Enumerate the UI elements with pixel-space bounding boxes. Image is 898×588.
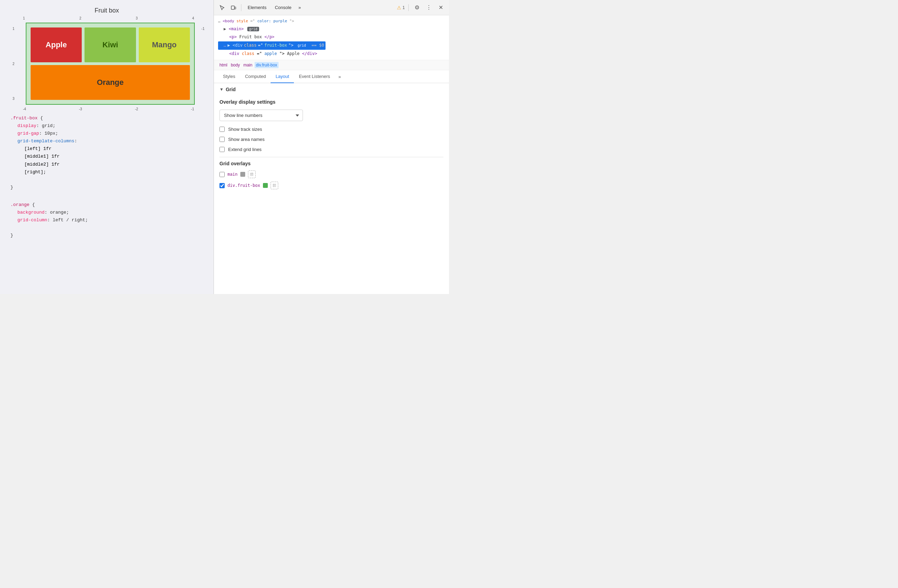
main-color-swatch	[240, 172, 245, 177]
fruit-box-overlay-label[interactable]: div.fruit-box	[228, 183, 260, 188]
breadcrumb-body[interactable]: body	[229, 62, 241, 68]
tab-styles[interactable]: Styles	[218, 70, 240, 83]
extend-grid-lines-row: Extend grid lines	[220, 147, 443, 152]
dom-tree: … <body style =" color: purple "> ▶ <mai…	[214, 15, 449, 60]
grid-section-title: Grid	[226, 87, 236, 92]
line-nums-bottom: -4 -3 -2 -1	[23, 107, 194, 111]
show-area-names-checkbox[interactable]	[220, 137, 224, 142]
fruit-box-overlay-row: div.fruit-box	[220, 182, 443, 189]
dom-line-body[interactable]: … <body style =" color: purple ">	[218, 17, 445, 25]
mango-cell: Mango	[139, 28, 190, 62]
fruit-box-grid-overlay-icon	[272, 183, 277, 188]
dom-line-main[interactable]: ▶ <main> grid	[218, 25, 445, 34]
breadcrumb: html body main div.fruit-box	[214, 60, 449, 70]
section-divider	[220, 157, 443, 157]
svg-rect-1	[235, 7, 236, 9]
main-overlay-label[interactable]: main	[228, 172, 238, 177]
grid-preview-wrapper: 1 2 3 4 1 2 3 -1 -4 -3 -2 -1	[11, 23, 203, 105]
warning-count: 1	[402, 5, 405, 10]
show-area-names-label[interactable]: Show area names	[228, 137, 264, 142]
fruit-box-grid-badge: grid	[296, 42, 308, 49]
breadcrumb-html[interactable]: html	[218, 62, 229, 68]
more-options-button[interactable]: ⋮	[424, 3, 434, 12]
main-grid-icon-button[interactable]	[248, 171, 255, 178]
main-overlay-checkbox[interactable]	[220, 172, 224, 177]
console-tab-button[interactable]: Console	[271, 3, 295, 11]
right-panel: Elements Console » ⚠ 1 ⚙ ⋮ ✕ … <body sty…	[214, 0, 449, 294]
settings-button[interactable]: ⚙	[412, 3, 422, 12]
grid-section-arrow: ▼	[220, 87, 224, 92]
inspector-icon-button[interactable]	[217, 3, 227, 12]
fruit-box-overlay-checkbox[interactable]	[220, 183, 224, 188]
left-panel: Fruit box 1 2 3 4 1 2 3 -1 -4 -	[0, 0, 214, 294]
close-button[interactable]: ✕	[436, 3, 446, 12]
line-nums-top: 1 2 3 4	[23, 16, 194, 20]
show-track-sizes-label[interactable]: Show track sizes	[228, 127, 262, 132]
svg-rect-0	[231, 6, 234, 9]
tabs-more-button[interactable]: »	[336, 71, 343, 83]
panel-title: Fruit box	[11, 7, 203, 14]
panel-content: ▼ Grid Overlay display settings Show lin…	[214, 83, 449, 294]
main-grid-overlay-icon	[250, 172, 254, 176]
elements-tab-button[interactable]: Elements	[244, 3, 270, 11]
show-track-sizes-checkbox[interactable]	[220, 127, 224, 132]
dom-line-p[interactable]: <p> Fruit box </p>	[218, 33, 445, 42]
main-overlay-row: main	[220, 171, 443, 178]
fruit-box-grid-icon-button[interactable]	[271, 182, 278, 189]
tabs-bar: Styles Computed Layout Event Listeners »	[214, 70, 449, 83]
overlay-display-title: Overlay display settings	[220, 99, 443, 105]
extend-grid-lines-label[interactable]: Extend grid lines	[228, 147, 261, 152]
toolbar-divider-2	[408, 4, 409, 11]
warning-icon: ⚠	[397, 5, 401, 11]
dom-line-apple[interactable]: <div class =" apple "> Apple </div>	[218, 50, 445, 58]
tab-layout[interactable]: Layout	[271, 70, 294, 83]
show-area-names-row: Show area names	[220, 137, 443, 142]
code-block-1: .fruit-box { display: grid; grid-gap: 10…	[11, 114, 203, 191]
code-selector-2: .orange	[11, 202, 29, 207]
orange-cell: Orange	[31, 65, 190, 100]
fruit-box-color-swatch	[263, 183, 268, 188]
grid-container: Apple Kiwi Mango Orange	[31, 28, 190, 100]
apple-cell: Apple	[31, 28, 82, 62]
grid-overlays-title: Grid overlays	[220, 161, 443, 166]
grid-section-body: Overlay display settings Show line numbe…	[214, 96, 449, 198]
tab-computed[interactable]: Computed	[240, 70, 271, 83]
code-block-2: .orange { background: orange; grid-colum…	[11, 201, 203, 239]
kiwi-cell: Kiwi	[85, 28, 135, 62]
extend-grid-lines-checkbox[interactable]	[220, 147, 224, 152]
grid-section-header[interactable]: ▼ Grid	[214, 83, 449, 96]
show-track-sizes-row: Show track sizes	[220, 127, 443, 132]
toolbar-more-button[interactable]: »	[296, 3, 303, 11]
dropdown-row: Show line numbers Show track sizes Show …	[220, 109, 443, 121]
breadcrumb-main[interactable]: main	[242, 62, 254, 68]
devtools-toolbar: Elements Console » ⚠ 1 ⚙ ⋮ ✕	[214, 0, 449, 15]
tab-event-listeners[interactable]: Event Listeners	[294, 70, 335, 83]
overlay-display-dropdown[interactable]: Show line numbers Show track sizes Show …	[220, 109, 303, 121]
line-nums-left: 1 2 3	[12, 27, 15, 100]
code-selector-1: .fruit-box	[11, 115, 38, 121]
toolbar-divider	[241, 4, 241, 11]
dom-line-fruit-box[interactable]: … ▶ <div class =" fruit-box "> grid == $…	[218, 42, 326, 50]
device-toolbar-button[interactable]	[229, 3, 238, 12]
main-grid-badge: grid	[247, 27, 259, 31]
breadcrumb-fruit-box[interactable]: div.fruit-box	[255, 62, 278, 68]
warning-badge: ⚠ 1	[397, 5, 405, 11]
toolbar-right: ⚠ 1 ⚙ ⋮ ✕	[397, 3, 446, 12]
grid-outer: Apple Kiwi Mango Orange	[26, 23, 195, 105]
line-nums-right: -1	[201, 27, 205, 100]
